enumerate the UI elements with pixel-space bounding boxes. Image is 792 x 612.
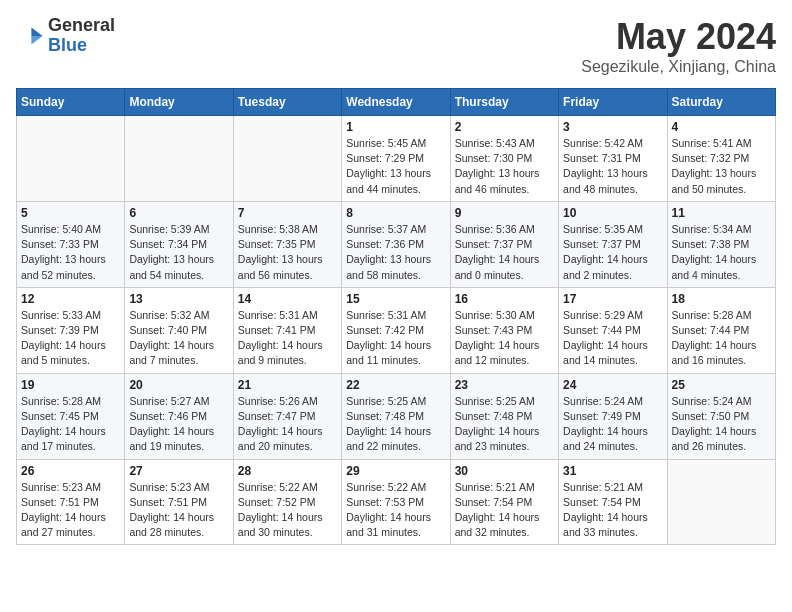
day-of-week-header: Saturday: [667, 89, 775, 116]
calendar-cell: [667, 459, 775, 545]
day-number: 25: [672, 378, 771, 392]
day-info: Sunrise: 5:40 AM Sunset: 7:33 PM Dayligh…: [21, 222, 120, 283]
calendar-cell: 9Sunrise: 5:36 AM Sunset: 7:37 PM Daylig…: [450, 201, 558, 287]
calendar-table: SundayMondayTuesdayWednesdayThursdayFrid…: [16, 88, 776, 545]
day-info: Sunrise: 5:33 AM Sunset: 7:39 PM Dayligh…: [21, 308, 120, 369]
day-number: 17: [563, 292, 662, 306]
day-info: Sunrise: 5:42 AM Sunset: 7:31 PM Dayligh…: [563, 136, 662, 197]
day-of-week-header: Monday: [125, 89, 233, 116]
day-info: Sunrise: 5:32 AM Sunset: 7:40 PM Dayligh…: [129, 308, 228, 369]
calendar-week-row: 5Sunrise: 5:40 AM Sunset: 7:33 PM Daylig…: [17, 201, 776, 287]
calendar-cell: 21Sunrise: 5:26 AM Sunset: 7:47 PM Dayli…: [233, 373, 341, 459]
calendar-week-row: 26Sunrise: 5:23 AM Sunset: 7:51 PM Dayli…: [17, 459, 776, 545]
day-info: Sunrise: 5:31 AM Sunset: 7:41 PM Dayligh…: [238, 308, 337, 369]
calendar-cell: [17, 116, 125, 202]
day-number: 31: [563, 464, 662, 478]
logo-icon: [16, 22, 44, 50]
calendar-cell: 1Sunrise: 5:45 AM Sunset: 7:29 PM Daylig…: [342, 116, 450, 202]
day-number: 19: [21, 378, 120, 392]
day-of-week-header: Tuesday: [233, 89, 341, 116]
day-number: 21: [238, 378, 337, 392]
day-info: Sunrise: 5:21 AM Sunset: 7:54 PM Dayligh…: [563, 480, 662, 541]
day-info: Sunrise: 5:24 AM Sunset: 7:50 PM Dayligh…: [672, 394, 771, 455]
day-number: 8: [346, 206, 445, 220]
day-of-week-header: Sunday: [17, 89, 125, 116]
day-info: Sunrise: 5:25 AM Sunset: 7:48 PM Dayligh…: [346, 394, 445, 455]
day-info: Sunrise: 5:28 AM Sunset: 7:45 PM Dayligh…: [21, 394, 120, 455]
day-info: Sunrise: 5:22 AM Sunset: 7:53 PM Dayligh…: [346, 480, 445, 541]
day-info: Sunrise: 5:41 AM Sunset: 7:32 PM Dayligh…: [672, 136, 771, 197]
calendar-cell: 14Sunrise: 5:31 AM Sunset: 7:41 PM Dayli…: [233, 287, 341, 373]
calendar-cell: 5Sunrise: 5:40 AM Sunset: 7:33 PM Daylig…: [17, 201, 125, 287]
day-number: 3: [563, 120, 662, 134]
calendar-cell: 29Sunrise: 5:22 AM Sunset: 7:53 PM Dayli…: [342, 459, 450, 545]
svg-marker-1: [31, 36, 42, 44]
day-info: Sunrise: 5:36 AM Sunset: 7:37 PM Dayligh…: [455, 222, 554, 283]
calendar-cell: 24Sunrise: 5:24 AM Sunset: 7:49 PM Dayli…: [559, 373, 667, 459]
day-number: 10: [563, 206, 662, 220]
day-number: 26: [21, 464, 120, 478]
day-number: 6: [129, 206, 228, 220]
calendar-cell: 10Sunrise: 5:35 AM Sunset: 7:37 PM Dayli…: [559, 201, 667, 287]
title-section: May 2024 Segezikule, Xinjiang, China: [581, 16, 776, 76]
day-info: Sunrise: 5:21 AM Sunset: 7:54 PM Dayligh…: [455, 480, 554, 541]
day-number: 22: [346, 378, 445, 392]
day-of-week-header: Thursday: [450, 89, 558, 116]
day-of-week-header: Wednesday: [342, 89, 450, 116]
calendar-cell: 28Sunrise: 5:22 AM Sunset: 7:52 PM Dayli…: [233, 459, 341, 545]
day-number: 9: [455, 206, 554, 220]
calendar-cell: 4Sunrise: 5:41 AM Sunset: 7:32 PM Daylig…: [667, 116, 775, 202]
day-number: 16: [455, 292, 554, 306]
month-title: May 2024: [581, 16, 776, 58]
day-number: 20: [129, 378, 228, 392]
day-number: 28: [238, 464, 337, 478]
calendar-cell: 22Sunrise: 5:25 AM Sunset: 7:48 PM Dayli…: [342, 373, 450, 459]
day-info: Sunrise: 5:25 AM Sunset: 7:48 PM Dayligh…: [455, 394, 554, 455]
day-number: 14: [238, 292, 337, 306]
calendar-cell: 30Sunrise: 5:21 AM Sunset: 7:54 PM Dayli…: [450, 459, 558, 545]
svg-marker-0: [31, 27, 42, 35]
day-info: Sunrise: 5:24 AM Sunset: 7:49 PM Dayligh…: [563, 394, 662, 455]
day-info: Sunrise: 5:28 AM Sunset: 7:44 PM Dayligh…: [672, 308, 771, 369]
day-number: 15: [346, 292, 445, 306]
day-info: Sunrise: 5:29 AM Sunset: 7:44 PM Dayligh…: [563, 308, 662, 369]
logo-general-text: General: [48, 16, 115, 36]
calendar-cell: 17Sunrise: 5:29 AM Sunset: 7:44 PM Dayli…: [559, 287, 667, 373]
calendar-cell: 16Sunrise: 5:30 AM Sunset: 7:43 PM Dayli…: [450, 287, 558, 373]
page-header: General Blue May 2024 Segezikule, Xinjia…: [16, 16, 776, 76]
day-info: Sunrise: 5:31 AM Sunset: 7:42 PM Dayligh…: [346, 308, 445, 369]
calendar-cell: 25Sunrise: 5:24 AM Sunset: 7:50 PM Dayli…: [667, 373, 775, 459]
days-of-week-row: SundayMondayTuesdayWednesdayThursdayFrid…: [17, 89, 776, 116]
day-info: Sunrise: 5:39 AM Sunset: 7:34 PM Dayligh…: [129, 222, 228, 283]
day-number: 23: [455, 378, 554, 392]
calendar-cell: 11Sunrise: 5:34 AM Sunset: 7:38 PM Dayli…: [667, 201, 775, 287]
calendar-cell: 3Sunrise: 5:42 AM Sunset: 7:31 PM Daylig…: [559, 116, 667, 202]
day-info: Sunrise: 5:26 AM Sunset: 7:47 PM Dayligh…: [238, 394, 337, 455]
day-info: Sunrise: 5:38 AM Sunset: 7:35 PM Dayligh…: [238, 222, 337, 283]
calendar-cell: [233, 116, 341, 202]
day-info: Sunrise: 5:35 AM Sunset: 7:37 PM Dayligh…: [563, 222, 662, 283]
calendar-cell: 26Sunrise: 5:23 AM Sunset: 7:51 PM Dayli…: [17, 459, 125, 545]
calendar-cell: 20Sunrise: 5:27 AM Sunset: 7:46 PM Dayli…: [125, 373, 233, 459]
calendar-cell: 8Sunrise: 5:37 AM Sunset: 7:36 PM Daylig…: [342, 201, 450, 287]
day-number: 29: [346, 464, 445, 478]
location-title: Segezikule, Xinjiang, China: [581, 58, 776, 76]
logo: General Blue: [16, 16, 115, 56]
calendar-cell: 27Sunrise: 5:23 AM Sunset: 7:51 PM Dayli…: [125, 459, 233, 545]
day-number: 4: [672, 120, 771, 134]
calendar-week-row: 1Sunrise: 5:45 AM Sunset: 7:29 PM Daylig…: [17, 116, 776, 202]
calendar-week-row: 12Sunrise: 5:33 AM Sunset: 7:39 PM Dayli…: [17, 287, 776, 373]
day-number: 2: [455, 120, 554, 134]
day-number: 27: [129, 464, 228, 478]
calendar-header: SundayMondayTuesdayWednesdayThursdayFrid…: [17, 89, 776, 116]
day-number: 30: [455, 464, 554, 478]
day-number: 12: [21, 292, 120, 306]
day-number: 7: [238, 206, 337, 220]
day-info: Sunrise: 5:23 AM Sunset: 7:51 PM Dayligh…: [129, 480, 228, 541]
day-number: 11: [672, 206, 771, 220]
calendar-body: 1Sunrise: 5:45 AM Sunset: 7:29 PM Daylig…: [17, 116, 776, 545]
calendar-cell: 31Sunrise: 5:21 AM Sunset: 7:54 PM Dayli…: [559, 459, 667, 545]
calendar-cell: 12Sunrise: 5:33 AM Sunset: 7:39 PM Dayli…: [17, 287, 125, 373]
calendar-week-row: 19Sunrise: 5:28 AM Sunset: 7:45 PM Dayli…: [17, 373, 776, 459]
day-info: Sunrise: 5:22 AM Sunset: 7:52 PM Dayligh…: [238, 480, 337, 541]
